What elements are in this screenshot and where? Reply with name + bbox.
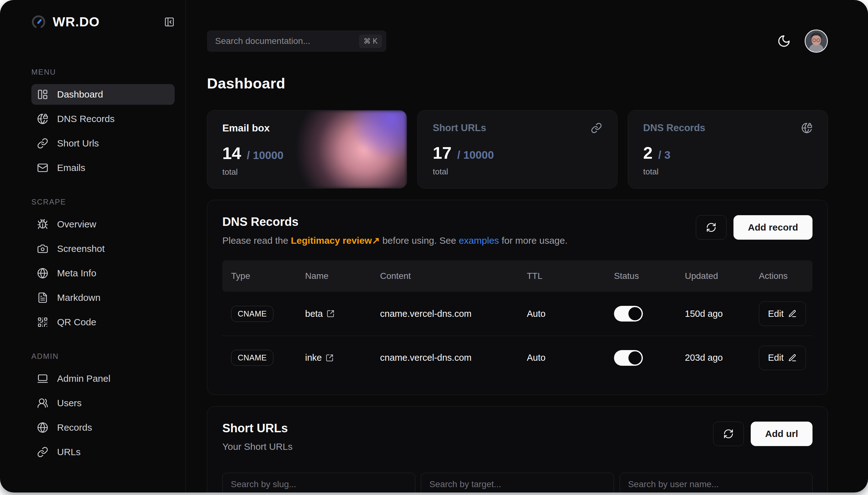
column-header: Updated bbox=[676, 271, 750, 281]
sidebar-item-label: Emails bbox=[57, 163, 85, 173]
link-icon bbox=[37, 138, 48, 149]
add-record-button[interactable]: Add record bbox=[733, 215, 813, 240]
subtitle-text: before using. See bbox=[380, 235, 459, 245]
user-avatar[interactable] bbox=[805, 30, 828, 53]
sidebar-item-screenshot[interactable]: Screenshot bbox=[31, 238, 175, 259]
stat-card-email-box: Email box 14 / 10000 total bbox=[207, 110, 407, 189]
dns-panel-title: DNS Records bbox=[222, 215, 568, 229]
sidebar-item-urls[interactable]: URLs bbox=[31, 442, 175, 462]
sidebar-item-dns-records[interactable]: DNS Records bbox=[31, 108, 175, 129]
column-header: Status bbox=[605, 271, 676, 281]
stat-card-value: 2 bbox=[643, 143, 653, 163]
status-toggle[interactable] bbox=[614, 350, 643, 366]
external-link-icon[interactable] bbox=[327, 310, 335, 318]
nav-section-label: SCRAPE bbox=[31, 198, 175, 206]
dns-records-panel: DNS Records Please read the Legitimacy r… bbox=[207, 200, 828, 395]
examples-link[interactable]: examples bbox=[459, 235, 499, 245]
sidebar-item-label: QR Code bbox=[57, 317, 96, 327]
sidebar-collapse-button[interactable] bbox=[164, 17, 175, 27]
refresh-icon bbox=[723, 428, 734, 439]
search-by-user-name-input[interactable] bbox=[620, 473, 813, 493]
pen-icon bbox=[788, 354, 797, 362]
sidebar-item-label: Dashboard bbox=[57, 89, 103, 100]
edit-button-label: Edit bbox=[768, 309, 784, 319]
add-url-button[interactable]: Add url bbox=[751, 422, 813, 446]
globe-icon bbox=[37, 422, 48, 433]
laptop-icon bbox=[37, 373, 48, 384]
sidebar-item-label: Screenshot bbox=[57, 243, 105, 254]
nav-section-label: MENU bbox=[31, 68, 175, 76]
qr-code-icon bbox=[37, 317, 48, 328]
panel-left-close-icon bbox=[164, 17, 175, 27]
dns-panel-subtitle: Please read the Legitimacy review↗ befor… bbox=[222, 235, 568, 246]
refresh-button[interactable] bbox=[696, 215, 727, 240]
pen-icon bbox=[788, 309, 797, 318]
stat-card-caption: total bbox=[433, 167, 602, 176]
record-type-badge: CNAME bbox=[231, 306, 274, 322]
toggle-knob bbox=[628, 351, 642, 364]
stat-card-caption: total bbox=[222, 167, 392, 177]
record-ttl: Auto bbox=[518, 309, 605, 319]
bug-icon bbox=[37, 219, 48, 230]
sidebar-item-admin-panel[interactable]: Admin Panel bbox=[31, 368, 175, 389]
subtitle-text: Please read the bbox=[222, 235, 291, 245]
stat-card-limit: / 3 bbox=[658, 149, 671, 161]
nav-section-label: ADMIN bbox=[31, 352, 175, 361]
search-by-target-input[interactable] bbox=[421, 473, 614, 493]
record-name: inke bbox=[305, 353, 322, 363]
subtitle-text: for more usage. bbox=[499, 235, 567, 245]
app-window: WR.DO MENU Dashboard DNS Records bbox=[0, 0, 868, 493]
link-text: Legitimacy review bbox=[291, 235, 371, 245]
nav-section-admin: ADMIN Admin Panel Users Records bbox=[31, 352, 175, 462]
sidebar-item-markdown[interactable]: Markdown bbox=[31, 287, 175, 308]
sidebar-item-label: Records bbox=[57, 422, 92, 433]
sidebar-item-short-urls[interactable]: Short Urls bbox=[31, 133, 175, 154]
record-ttl: Auto bbox=[518, 353, 605, 363]
sidebar-item-overview[interactable]: Overview bbox=[31, 214, 175, 235]
stat-card-title: Email box bbox=[222, 122, 270, 134]
external-link-icon[interactable] bbox=[326, 354, 334, 362]
stat-card-limit: / 10000 bbox=[457, 149, 494, 161]
search-by-slug-input[interactable] bbox=[222, 473, 415, 493]
topbar: ⌘ K bbox=[207, 30, 828, 53]
record-updated: 150d ago bbox=[676, 309, 750, 319]
url-filters bbox=[222, 473, 813, 493]
sidebar: WR.DO MENU Dashboard DNS Records bbox=[0, 0, 186, 493]
stat-card-limit: / 10000 bbox=[247, 149, 283, 161]
users-icon bbox=[37, 397, 48, 409]
stat-cards: Email box 14 / 10000 total Short URLs 17 bbox=[207, 110, 828, 189]
topbar-right bbox=[777, 30, 828, 53]
sidebar-item-users[interactable]: Users bbox=[31, 393, 175, 413]
sidebar-item-dashboard[interactable]: Dashboard bbox=[31, 84, 175, 105]
sidebar-item-qr-code[interactable]: QR Code bbox=[31, 312, 175, 332]
record-updated: 203d ago bbox=[676, 353, 750, 363]
avatar-image bbox=[805, 31, 827, 52]
column-header: Type bbox=[222, 271, 296, 281]
sidebar-item-label: Users bbox=[57, 398, 82, 408]
nav-section-menu: MENU Dashboard DNS Records Short Urls bbox=[31, 68, 175, 178]
legitimacy-review-link[interactable]: Legitimacy review↗ bbox=[291, 235, 380, 245]
status-toggle[interactable] bbox=[614, 306, 643, 322]
sidebar-item-label: DNS Records bbox=[57, 114, 115, 124]
refresh-icon bbox=[706, 222, 716, 233]
logo[interactable]: WR.DO bbox=[31, 14, 100, 30]
globe-lock-icon bbox=[37, 113, 48, 124]
gauge-logo-icon bbox=[31, 15, 46, 29]
globe-icon bbox=[37, 268, 48, 279]
stat-card-title: Short URLs bbox=[433, 122, 486, 134]
edit-button-label: Edit bbox=[768, 353, 784, 363]
stat-card-caption: total bbox=[643, 167, 813, 176]
mail-icon bbox=[37, 162, 48, 173]
sidebar-item-emails[interactable]: Emails bbox=[31, 157, 175, 178]
sidebar-item-label: URLs bbox=[57, 447, 81, 457]
theme-toggle-button[interactable] bbox=[777, 34, 791, 48]
dns-records-table: Type Name Content TTL Status Updated Act… bbox=[222, 260, 813, 379]
sidebar-item-records[interactable]: Records bbox=[31, 417, 175, 438]
sidebar-item-meta-info[interactable]: Meta Info bbox=[31, 263, 175, 284]
globe-lock-icon bbox=[801, 122, 813, 134]
sidebar-item-label: Markdown bbox=[57, 292, 100, 303]
refresh-button[interactable] bbox=[713, 422, 744, 446]
edit-button[interactable]: Edit bbox=[759, 302, 806, 326]
urls-panel-title: Short URLs bbox=[222, 422, 293, 435]
edit-button[interactable]: Edit bbox=[759, 346, 806, 370]
